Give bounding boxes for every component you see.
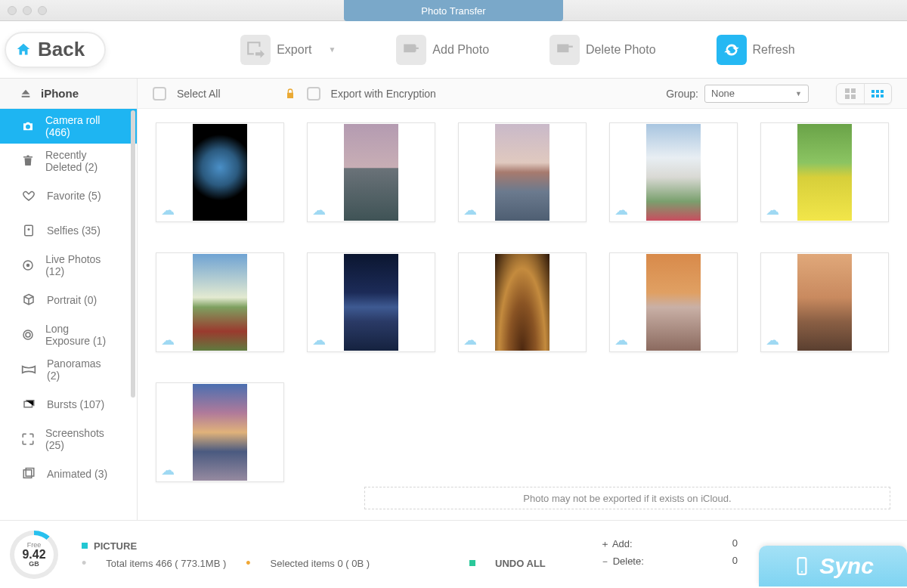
phone-icon <box>792 556 812 576</box>
exposure-icon <box>21 327 35 342</box>
view-small-grid[interactable] <box>865 84 892 104</box>
view-large-grid[interactable] <box>837 84 865 104</box>
device-name: iPhone <box>41 87 79 100</box>
export-button[interactable]: Export ▼ <box>240 35 336 65</box>
svg-point-10 <box>801 571 803 573</box>
burst-icon <box>21 397 36 412</box>
window-controls <box>8 6 47 15</box>
sidebar-item-animated[interactable]: Animated (3) <box>0 456 137 491</box>
undo-all-button[interactable]: UNDO ALL <box>495 558 546 569</box>
sidebar-item-favorite[interactable]: Favorite (5) <box>0 178 137 213</box>
encrypt-checkbox[interactable] <box>307 87 320 101</box>
zoom-dot[interactable] <box>38 6 47 15</box>
sidebar-item-label: Live Photos (12) <box>45 253 116 277</box>
sidebar-item-live-photos[interactable]: Live Photos (12) <box>0 248 137 283</box>
animated-icon <box>21 466 36 481</box>
add-value: 0 <box>732 537 738 551</box>
delete-label: － Delete: <box>600 555 644 568</box>
photo-thumb[interactable]: ☁ <box>609 122 738 222</box>
photo-thumb[interactable]: ☁ <box>760 122 889 222</box>
svg-point-3 <box>26 264 30 268</box>
refresh-icon <box>717 35 747 65</box>
cloud-icon: ☁ <box>161 462 175 478</box>
photo-grid-area: ☁☁☁☁☁☁☁☁☁☁☁ Photo may not be exported if… <box>138 109 907 520</box>
photo-thumb[interactable]: ☁ <box>458 252 587 352</box>
photo-thumb[interactable]: ☁ <box>307 122 435 222</box>
cloud-icon: ☁ <box>312 202 326 218</box>
toolbar: Back Export ▼ Add Photo Delete Photo Ref… <box>0 21 907 79</box>
sidebar-item-selfies[interactable]: Selfies (35) <box>0 213 137 248</box>
sidebar-item-label: Portrait (0) <box>47 294 97 306</box>
sidebar-item-label: Bursts (107) <box>47 398 104 410</box>
storage-gauge: Free 9.42 GB <box>10 531 58 579</box>
export-icon <box>240 35 271 65</box>
sidebar-item-label: Favorite (5) <box>47 190 101 202</box>
sidebar-item-recently-deleted[interactable]: Recently Deleted (2) <box>0 144 137 178</box>
cloud-icon: ☁ <box>766 332 779 348</box>
eject-icon[interactable] <box>20 88 32 100</box>
filter-bar: Select All Export with Encryption Group:… <box>138 79 907 109</box>
sync-label: Sync <box>819 553 874 579</box>
sidebar-item-label: Recently Deleted (2) <box>45 149 116 173</box>
photo-grid: ☁☁☁☁☁☁☁☁☁☁☁ <box>156 122 889 482</box>
undo-indicator <box>469 560 475 566</box>
sidebar-item-bursts[interactable]: Bursts (107) <box>0 387 137 422</box>
select-all-checkbox[interactable] <box>153 87 166 101</box>
sidebar-item-camera-roll[interactable]: Camera roll (466) <box>0 109 137 144</box>
svg-point-1 <box>28 228 30 231</box>
sidebar-item-portrait[interactable]: Portrait (0) <box>0 283 137 317</box>
photo-thumb[interactable]: ☁ <box>307 252 435 352</box>
panorama-icon <box>21 362 36 377</box>
view-toggle <box>836 83 892 104</box>
cube-icon <box>21 292 36 308</box>
picture-indicator <box>82 543 88 549</box>
back-button[interactable]: Back <box>5 32 106 68</box>
photo-thumb[interactable]: ☁ <box>156 122 284 222</box>
selected-items: Selected items 0 ( 0B ) <box>271 558 370 569</box>
home-icon <box>15 42 32 58</box>
photo-thumb[interactable]: ☁ <box>458 122 587 222</box>
icloud-notice: Photo may not be exported if it exists o… <box>364 487 890 509</box>
cloud-icon: ☁ <box>766 202 779 218</box>
sidebar-scrollbar[interactable] <box>131 110 135 398</box>
cloud-icon: ☁ <box>161 332 175 348</box>
heart-icon <box>21 188 36 203</box>
titlebar: Photo Transfer <box>0 0 907 21</box>
group-label: Group: <box>666 88 698 100</box>
picture-label: PICTURE <box>94 540 137 552</box>
gauge-value: 9.42 <box>22 549 45 561</box>
photo-thumb[interactable]: ☁ <box>760 252 889 352</box>
sidebar-list: Camera roll (466) Recently Deleted (2) F… <box>0 109 137 520</box>
minimize-dot[interactable] <box>23 6 32 15</box>
add-label: ＋ Add: <box>600 537 633 551</box>
sidebar-item-label: Animated (3) <box>47 468 107 480</box>
sidebar-item-screenshots[interactable]: Screenshots (25) <box>0 422 137 456</box>
delete-value: 0 <box>732 555 738 568</box>
add-photo-label: Add Photo <box>432 43 489 57</box>
close-dot[interactable] <box>8 6 17 15</box>
sidebar-item-panoramas[interactable]: Panoramas (2) <box>0 352 137 387</box>
group-select[interactable]: None ▼ <box>704 85 809 103</box>
svg-point-5 <box>26 333 30 337</box>
delete-photo-button[interactable]: Delete Photo <box>549 35 656 65</box>
cloud-icon: ☁ <box>614 202 628 218</box>
cloud-icon: ☁ <box>161 202 175 218</box>
live-icon <box>21 258 35 273</box>
refresh-label: Refresh <box>753 43 795 57</box>
photo-thumb[interactable]: ☁ <box>156 382 284 482</box>
gauge-unit: GB <box>29 561 39 568</box>
cloud-icon: ☁ <box>463 202 477 218</box>
screenshot-icon <box>21 432 35 447</box>
photo-thumb[interactable]: ☁ <box>609 252 738 352</box>
add-photo-button[interactable]: Add Photo <box>396 35 489 65</box>
photo-thumb[interactable]: ☁ <box>156 252 284 352</box>
window-title: Photo Transfer <box>344 0 563 21</box>
refresh-button[interactable]: Refresh <box>717 35 795 65</box>
trash-icon <box>21 153 35 169</box>
cloud-icon: ☁ <box>614 332 628 348</box>
sidebar-header: iPhone <box>0 79 137 109</box>
sync-button[interactable]: Sync <box>759 546 907 586</box>
chevron-down-icon: ▼ <box>328 45 336 54</box>
sidebar-item-label: Selfies (35) <box>47 224 101 237</box>
sidebar-item-long-exposure[interactable]: Long Exposure (1) <box>0 317 137 352</box>
